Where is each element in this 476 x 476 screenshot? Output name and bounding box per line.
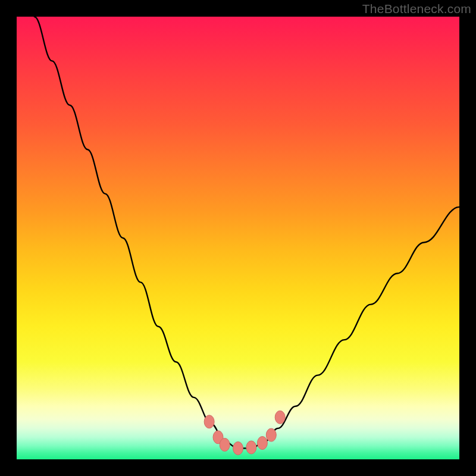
valley-marker [233, 441, 243, 455]
valley-marker [257, 436, 267, 449]
valley-marker [246, 441, 256, 454]
valley-marker [266, 428, 276, 441]
valley-marker [204, 415, 214, 428]
bottleneck-curve [35, 17, 459, 448]
valley-marker [220, 438, 230, 451]
bottleneck-curve-svg [17, 17, 459, 459]
chart-frame: TheBottleneck.com [0, 0, 476, 476]
valley-marker [275, 411, 285, 424]
watermark-text: TheBottleneck.com [362, 2, 471, 16]
plot-area [17, 17, 459, 459]
